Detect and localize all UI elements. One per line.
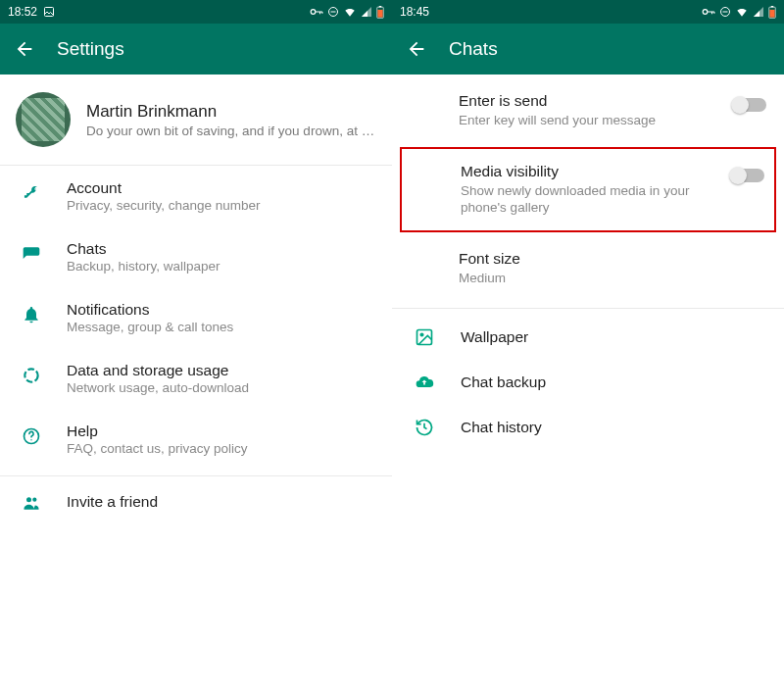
chats-item-history[interactable]: Chat history	[392, 405, 784, 450]
settings-item-help[interactable]: Help FAQ, contact us, privacy policy	[0, 409, 392, 470]
item-title: Chats	[67, 240, 376, 258]
svg-point-9	[26, 497, 31, 502]
dnd-icon	[327, 6, 339, 18]
setting-title: Enter is send	[459, 92, 723, 110]
vpn-key-icon	[310, 7, 323, 17]
image-icon	[43, 6, 55, 18]
item-subtitle: Privacy, security, change number	[67, 198, 376, 213]
arrow-back-icon	[406, 38, 427, 60]
battery-icon	[768, 6, 776, 19]
cloud-upload-icon	[414, 372, 435, 393]
back-button[interactable]	[14, 38, 35, 60]
back-button[interactable]	[406, 38, 427, 60]
item-title: Notifications	[67, 301, 376, 319]
data-icon	[20, 364, 43, 387]
svg-rect-15	[769, 9, 774, 17]
chats-item-backup[interactable]: Chat backup	[392, 360, 784, 405]
settings-item-data[interactable]: Data and storage usage Network usage, au…	[0, 348, 392, 409]
setting-subtitle: Medium	[459, 270, 766, 287]
item-title: Chat history	[461, 419, 542, 436]
bell-icon	[20, 303, 43, 326]
settings-item-invite[interactable]: Invite a friend	[0, 476, 392, 527]
svg-rect-4	[379, 6, 382, 7]
profile-row[interactable]: Martin Brinkmann Do your own bit of savi…	[0, 75, 392, 165]
divider	[392, 308, 784, 309]
toggle-switch[interactable]	[733, 98, 766, 112]
appbar-title: Chats	[449, 38, 498, 60]
profile-name: Martin Brinkmann	[86, 102, 376, 122]
appbar-title: Settings	[57, 38, 124, 60]
chats-screen: 18:45 Chats Enter is send Enter key will…	[392, 0, 784, 697]
key-icon	[20, 181, 43, 205]
people-icon	[20, 491, 43, 515]
item-title: Help	[67, 423, 376, 440]
wallpaper-icon	[414, 326, 435, 348]
profile-status: Do your own bit of saving, and if you dr…	[86, 124, 376, 138]
history-icon	[414, 417, 435, 438]
avatar	[16, 92, 71, 147]
setting-enter-is-send[interactable]: Enter is send Enter key will send your m…	[392, 75, 784, 141]
vpn-key-icon	[702, 7, 715, 17]
svg-point-1	[311, 10, 316, 15]
chat-icon	[20, 242, 43, 266]
toggle-switch[interactable]	[731, 169, 764, 182]
chats-item-wallpaper[interactable]: Wallpaper	[392, 315, 784, 360]
settings-screen: 18:52 Settings Martin Brinkmann Do your …	[0, 0, 392, 697]
highlight-box: Media visibility Show newly downloaded m…	[400, 147, 776, 232]
setting-subtitle: Show newly downloaded media in your phon…	[461, 182, 721, 217]
settings-item-chats[interactable]: Chats Backup, history, wallpaper	[0, 226, 392, 287]
settings-item-notifications[interactable]: Notifications Message, group & call tone…	[0, 287, 392, 348]
wifi-icon	[735, 6, 749, 18]
svg-point-6	[24, 369, 37, 381]
setting-title: Media visibility	[461, 163, 721, 180]
app-bar: Settings	[0, 24, 392, 75]
setting-title: Font size	[459, 250, 766, 268]
item-title: Data and storage usage	[67, 362, 376, 379]
signal-icon	[753, 6, 764, 18]
arrow-back-icon	[14, 38, 35, 60]
item-subtitle: Backup, history, wallpaper	[67, 259, 376, 274]
svg-rect-0	[45, 8, 54, 17]
setting-media-visibility[interactable]: Media visibility Show newly downloaded m…	[402, 149, 774, 230]
item-subtitle: FAQ, contact us, privacy policy	[67, 441, 376, 456]
signal-icon	[361, 6, 372, 18]
setting-subtitle: Enter key will send your message	[459, 112, 723, 129]
item-title: Wallpaper	[461, 328, 528, 346]
item-title: Invite a friend	[67, 493, 376, 511]
item-title: Account	[67, 179, 376, 197]
status-bar: 18:52	[0, 0, 392, 24]
svg-point-11	[703, 10, 708, 15]
svg-rect-5	[377, 9, 382, 17]
dnd-icon	[719, 6, 731, 18]
status-time: 18:45	[400, 5, 429, 19]
svg-rect-14	[771, 6, 774, 7]
svg-point-10	[32, 498, 36, 502]
status-time: 18:52	[8, 5, 37, 19]
svg-point-8	[30, 439, 31, 440]
app-bar: Chats	[392, 24, 784, 75]
item-subtitle: Message, group & call tones	[67, 320, 376, 334]
wifi-icon	[343, 6, 357, 18]
settings-item-account[interactable]: Account Privacy, security, change number	[0, 166, 392, 226]
battery-icon	[376, 6, 384, 19]
svg-point-17	[420, 333, 423, 336]
help-icon	[20, 424, 43, 448]
status-bar: 18:45	[392, 0, 784, 24]
item-title: Chat backup	[461, 373, 546, 391]
setting-font-size[interactable]: Font size Medium	[392, 238, 784, 299]
item-subtitle: Network usage, auto-download	[67, 380, 376, 395]
